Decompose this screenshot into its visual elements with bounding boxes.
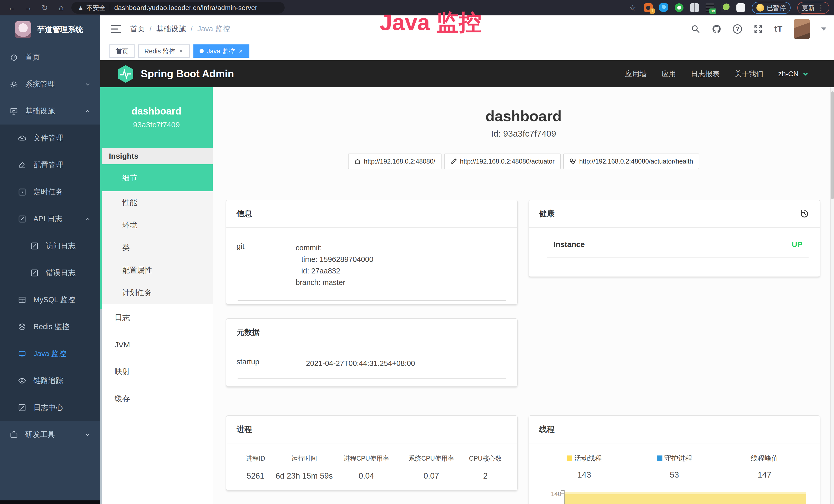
app-logo bbox=[15, 21, 31, 38]
paused-button[interactable]: 已暂停 bbox=[752, 2, 791, 14]
threads-values: 143 53 147 bbox=[539, 463, 810, 480]
actuator-url-button[interactable]: http://192.168.0.2:48080/actuator bbox=[444, 154, 561, 169]
tag-redis-monitor[interactable]: Redis 监控 bbox=[138, 44, 190, 58]
close-icon[interactable] bbox=[238, 48, 243, 54]
endpoint-buttons: http://192.168.0.2:48080/ http://192.168… bbox=[213, 154, 834, 169]
forward-icon[interactable]: → bbox=[24, 3, 33, 12]
refresh-icon[interactable]: ↻ bbox=[40, 3, 49, 12]
process-cpu-value: 0.04 bbox=[334, 472, 399, 481]
sidebar-item-tracing[interactable]: 链路追踪 bbox=[0, 367, 100, 394]
pin-extension-icon[interactable] bbox=[659, 3, 668, 12]
sba-item-details[interactable]: 细节 bbox=[100, 164, 213, 191]
sba-item-environment[interactable]: 环境 bbox=[100, 214, 213, 236]
sidebar-item-home[interactable]: 首页 bbox=[0, 44, 100, 71]
service-url-button[interactable]: http://192.168.0.2:48080/ bbox=[348, 154, 441, 169]
puzzle-extension-icon[interactable] bbox=[737, 3, 745, 12]
hamburger-icon[interactable] bbox=[111, 25, 121, 33]
sidebar-item-java-monitor[interactable]: Java 监控 bbox=[0, 340, 100, 367]
sba-item-scheduled-tasks[interactable]: 计划任务 bbox=[100, 282, 213, 304]
sba-main: dashboard Id: 93a3fc7f7409 http://192.16… bbox=[213, 87, 834, 504]
sidebar-item-scheduled-jobs[interactable]: 定时任务 bbox=[0, 179, 100, 205]
live-threads-value: 143 bbox=[539, 470, 629, 480]
live-threads-area bbox=[565, 494, 806, 504]
active-tag-dot bbox=[200, 49, 204, 53]
avatar-caret-icon[interactable] bbox=[821, 27, 826, 30]
process-id-value: 5261 bbox=[237, 472, 274, 481]
sidebar-item-error-logs[interactable]: 错误日志 bbox=[0, 259, 100, 286]
tags-view: 首页 Redis 监控 Java 监控 bbox=[100, 42, 834, 60]
search-icon[interactable] bbox=[691, 24, 700, 34]
sidebar-item-access-logs[interactable]: 访问日志 bbox=[0, 232, 100, 259]
monitor-icon bbox=[10, 107, 18, 115]
process-table-header: 进程ID 运行时间 进程CPU使用率 系统CPU使用率 CPU核心数 bbox=[237, 454, 507, 463]
url-text[interactable]: dashboard.yudao.iocoder.cn/infra/admin-s… bbox=[114, 4, 257, 12]
sba-item-caches[interactable]: 缓存 bbox=[100, 385, 213, 412]
access-log-icon bbox=[30, 242, 39, 250]
chevron-up-icon bbox=[84, 108, 91, 115]
sba-nav-applications[interactable]: 应用 bbox=[662, 69, 676, 79]
back-icon[interactable]: ← bbox=[7, 3, 17, 12]
address-divider bbox=[110, 4, 110, 11]
health-url-button[interactable]: http://192.168.0.2:48080/actuator/health bbox=[563, 154, 699, 169]
heartbeat-icon bbox=[569, 158, 576, 165]
instance-name: dashboard bbox=[132, 106, 181, 117]
bookmark-star-icon[interactable]: ☆ bbox=[628, 3, 637, 12]
scrollbar-thumb[interactable] bbox=[831, 91, 834, 199]
info-row-label: git bbox=[237, 242, 295, 288]
language-selector[interactable]: zh-CN bbox=[778, 70, 809, 78]
tag-home[interactable]: 首页 bbox=[109, 44, 135, 58]
scrollbar[interactable] bbox=[830, 87, 834, 504]
green-y-extension-icon[interactable] bbox=[675, 3, 683, 12]
breadcrumb-infrastructure[interactable]: 基础设施 bbox=[156, 24, 186, 34]
fullscreen-icon[interactable] bbox=[753, 24, 763, 34]
orange-circle-extension-icon[interactable]: 1 bbox=[644, 3, 653, 12]
sidebar-item-mysql-monitor[interactable]: MySQL 监控 bbox=[0, 286, 100, 313]
tag-java-monitor[interactable]: Java 监控 bbox=[193, 44, 249, 58]
leaf-extension-icon[interactable] bbox=[721, 3, 730, 12]
sidebar-item-api-logs[interactable]: API 日志 bbox=[0, 205, 100, 232]
threads-chart: 140 120 100 bbox=[539, 488, 810, 504]
address-bar[interactable]: ▲ 不安全 dashboard.yudao.iocoder.cn/infra/a… bbox=[71, 2, 285, 14]
info-card: 信息 git commit: time: 1596289704000 id: 2… bbox=[226, 200, 518, 304]
sba-brand-title[interactable]: Spring Boot Admin bbox=[141, 68, 234, 79]
log-center-icon bbox=[18, 404, 26, 412]
instance-header[interactable]: dashboard 93a3fc7f7409 bbox=[100, 87, 213, 147]
briefcase-icon bbox=[10, 431, 18, 439]
edit-icon bbox=[18, 161, 26, 169]
sidebar-item-dev-tools[interactable]: 研发工具 bbox=[0, 421, 100, 448]
home-icon[interactable]: ⌂ bbox=[57, 3, 66, 12]
sba-item-config-props[interactable]: 配置属性 bbox=[100, 259, 213, 282]
sba-item-jvm[interactable]: JVM bbox=[100, 331, 213, 358]
update-button[interactable]: 更新 ⋮ bbox=[797, 2, 829, 14]
user-avatar[interactable] bbox=[794, 19, 810, 39]
sidebar-item-system[interactable]: 系统管理 bbox=[0, 71, 100, 97]
sba-nav-wallboard[interactable]: 应用墙 bbox=[625, 69, 647, 79]
sidebar-item-redis-monitor[interactable]: Redis 监控 bbox=[0, 313, 100, 340]
help-icon[interactable]: ? bbox=[733, 24, 742, 33]
sidebar-item-config-management[interactable]: 配置管理 bbox=[0, 152, 100, 179]
history-icon[interactable] bbox=[799, 208, 810, 219]
row-divider bbox=[238, 300, 506, 301]
sba-nav-journal[interactable]: 日志报表 bbox=[691, 69, 720, 79]
uptime-value: 6d 23h 15m 59s bbox=[274, 472, 334, 481]
sba-item-metrics[interactable]: 性能 bbox=[100, 191, 213, 214]
sidebar-item-infrastructure[interactable]: 基础设施 bbox=[0, 97, 100, 124]
api-log-icon bbox=[18, 215, 26, 223]
github-icon[interactable] bbox=[712, 24, 722, 34]
grid-extension-icon[interactable] bbox=[690, 3, 699, 12]
security-label[interactable]: 不安全 bbox=[86, 4, 106, 12]
list-extension-icon[interactable]: on bbox=[706, 3, 714, 12]
close-icon[interactable] bbox=[178, 48, 184, 54]
sba-item-logs[interactable]: 日志 bbox=[100, 304, 213, 331]
sba-nav-about[interactable]: 关于我们 bbox=[734, 69, 763, 79]
sidebar-item-log-center[interactable]: 日志中心 bbox=[0, 394, 100, 421]
font-size-icon[interactable]: tT bbox=[774, 24, 783, 33]
health-instance-label: Instance bbox=[553, 240, 585, 249]
sidebar-item-file-management[interactable]: 文件管理 bbox=[0, 124, 100, 152]
warning-icon: ▲ bbox=[78, 4, 84, 11]
browser-menu-dots-icon[interactable]: ⋮ bbox=[817, 4, 825, 12]
sba-item-classes[interactable]: 类 bbox=[100, 236, 213, 259]
breadcrumb-home[interactable]: 首页 bbox=[130, 24, 145, 34]
breadcrumb-separator: / bbox=[150, 25, 152, 33]
sba-item-mappings[interactable]: 映射 bbox=[100, 358, 213, 385]
